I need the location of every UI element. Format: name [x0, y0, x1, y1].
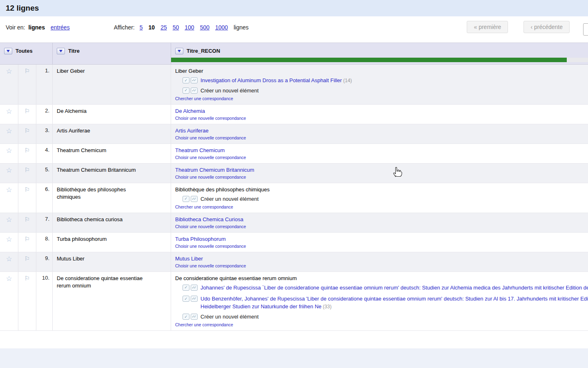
titre-cell: De consideratione quintae essentiae reru… [53, 272, 171, 330]
candidate-link[interactable]: Investigation of Aluminum Dross as a Pot… [200, 77, 342, 83]
row-index: 5. [36, 164, 53, 183]
page-size-units: lignes [234, 24, 249, 31]
star-cell: ☆ [0, 252, 18, 272]
flag-icon[interactable]: ⚐ [24, 236, 30, 249]
row-index: 1. [36, 65, 53, 104]
candidate-link[interactable]: Udo Benzenhöfer, Johannes' de Rupescissa… [200, 296, 588, 310]
column-header-titre-recon: Titre_RECON [171, 43, 588, 64]
flag-icon[interactable]: ⚐ [24, 186, 30, 210]
recon-action-link[interactable]: Chercher une correspondance [175, 96, 588, 101]
row-index: 4. [36, 144, 53, 163]
star-icon[interactable]: ☆ [6, 186, 12, 210]
match-this-cell-checkbox[interactable]: ✓ [183, 77, 189, 83]
recon-action-link[interactable]: Choisir une nouvelle correspondance [175, 224, 588, 229]
pagination: « première ‹ précédente [467, 21, 570, 33]
candidate-link[interactable]: Johannes' de Rupescissa `Liber de consid… [200, 285, 588, 291]
flag-icon[interactable]: ⚐ [24, 108, 30, 121]
star-icon[interactable]: ☆ [6, 68, 12, 101]
recon-value[interactable]: Bibliotheca Chemica Curiosa [175, 216, 588, 223]
flag-icon[interactable]: ⚐ [24, 147, 30, 160]
create-new-item-label: Créer un nouvel élément [200, 196, 258, 202]
data-grid-page: 12 lignes Voir en: lignes entrées Affich… [0, 0, 588, 368]
reconciliation-progress-bar [171, 58, 588, 62]
table-body: ☆⚐1.Liber GeberLiber Geber✓✓✓Investigati… [0, 65, 588, 331]
match-this-cell-checkbox[interactable]: ✓ [183, 296, 189, 302]
recon-action-link[interactable]: Choisir une nouvelle correspondance [175, 263, 588, 269]
recon-value[interactable]: De Alchemia [175, 108, 588, 114]
recon-action-link[interactable]: Chercher une correspondance [175, 204, 588, 210]
page-size-100[interactable]: 100 [185, 24, 194, 31]
flag-icon[interactable]: ⚐ [24, 275, 30, 328]
match-all-identical-cells-checkbox[interactable]: ✓✓ [191, 296, 198, 302]
flag-cell: ⚐ [18, 164, 36, 183]
titre-cell: Artis Auriferae [53, 124, 171, 144]
recon-value[interactable]: Turba Philosophorum [175, 236, 588, 242]
recon-value[interactable]: Theatrum Chemicum Britannicum [175, 166, 588, 173]
row-index: 2. [36, 105, 53, 124]
page-size-500[interactable]: 500 [200, 24, 209, 31]
view-label: Voir en: [6, 24, 25, 31]
view-records-option[interactable]: entrées [51, 24, 70, 31]
page-size-5[interactable]: 5 [140, 24, 143, 31]
recon-action-link[interactable]: Choisir une nouvelle correspondance [175, 155, 588, 160]
column-menu-button-titre-recon[interactable] [175, 48, 183, 54]
row-index: 10. [36, 272, 53, 330]
page-size-50[interactable]: 50 [173, 24, 179, 31]
column-menu-button-titre[interactable] [57, 48, 65, 54]
match-this-cell-checkbox[interactable]: ✓ [183, 285, 189, 291]
table-row: ☆⚐9.Mutus LiberMutus LiberChoisir une no… [0, 252, 588, 272]
flag-cell: ⚐ [18, 213, 36, 232]
recon-progress-fill [171, 58, 567, 62]
match-all-identical-cells-checkbox[interactable]: ✓✓ [191, 314, 198, 320]
create-new-item-row: ✓✓✓Créer un nouvel élément [183, 195, 588, 203]
recon-action-link[interactable]: Chercher une correspondance [175, 322, 588, 328]
show-label: Afficher: [114, 24, 135, 31]
flag-icon[interactable]: ⚐ [24, 68, 30, 101]
recon-action-link[interactable]: Choisir une nouvelle correspondance [175, 175, 588, 180]
flag-icon[interactable]: ⚐ [24, 128, 30, 141]
match-all-identical-cells-checkbox[interactable]: ✓✓ [191, 88, 198, 94]
column-menu-button-all[interactable] [4, 48, 12, 54]
next-page-button-partial[interactable] [583, 23, 588, 36]
row-index: 9. [36, 252, 53, 272]
flag-icon[interactable]: ⚐ [24, 167, 30, 180]
star-icon[interactable]: ☆ [6, 216, 12, 229]
page-size-25[interactable]: 25 [160, 24, 167, 31]
recon-action-link[interactable]: Choisir une nouvelle correspondance [175, 116, 588, 121]
recon-value: Bibliothèque des philosophes chimiques [175, 186, 588, 193]
page-size-1000[interactable]: 1000 [215, 24, 228, 31]
match-all-identical-cells-checkbox[interactable]: ✓✓ [191, 196, 198, 202]
star-icon[interactable]: ☆ [6, 275, 12, 328]
titre-cell: De Alchemia [53, 105, 171, 124]
star-icon[interactable]: ☆ [6, 256, 12, 269]
recon-value[interactable]: Artis Auriferae [175, 127, 588, 134]
titre-cell: Mutus Liber [53, 252, 171, 272]
summary-bar: 12 lignes [0, 0, 588, 16]
star-icon[interactable]: ☆ [6, 108, 12, 121]
match-this-cell-checkbox[interactable]: ✓ [183, 314, 189, 320]
recon-value[interactable]: Theatrum Chemicum [175, 147, 588, 154]
flag-icon[interactable]: ⚐ [24, 256, 30, 269]
match-all-identical-cells-checkbox[interactable]: ✓✓ [191, 285, 198, 291]
match-this-cell-checkbox[interactable]: ✓ [183, 196, 189, 202]
first-page-button[interactable]: « première [467, 21, 508, 33]
column-header-titre-recon-label: Titre_RECON [187, 48, 220, 54]
table-row: ☆⚐3.Artis AuriferaeArtis AuriferaeChoisi… [0, 124, 588, 144]
recon-value[interactable]: Mutus Liber [175, 255, 588, 262]
star-cell: ☆ [0, 272, 18, 330]
star-cell: ☆ [0, 213, 18, 232]
match-all-identical-cells-checkbox[interactable]: ✓✓ [191, 77, 198, 83]
recon-cell: Artis AuriferaeChoisir une nouvelle corr… [171, 124, 588, 144]
recon-action-link[interactable]: Choisir une nouvelle correspondance [175, 135, 588, 141]
flag-icon[interactable]: ⚐ [24, 216, 30, 229]
recon-action-link[interactable]: Choisir une nouvelle correspondance [175, 244, 588, 249]
column-header-titre: Titre [53, 43, 171, 64]
star-icon[interactable]: ☆ [6, 167, 12, 180]
star-icon[interactable]: ☆ [6, 147, 12, 160]
previous-page-button[interactable]: ‹ précédente [523, 21, 570, 33]
star-icon[interactable]: ☆ [6, 128, 12, 141]
match-buttons: ✓✓✓ [183, 195, 198, 202]
page-size-10: 10 [149, 24, 155, 31]
match-this-cell-checkbox[interactable]: ✓ [183, 88, 189, 94]
star-icon[interactable]: ☆ [6, 236, 12, 249]
